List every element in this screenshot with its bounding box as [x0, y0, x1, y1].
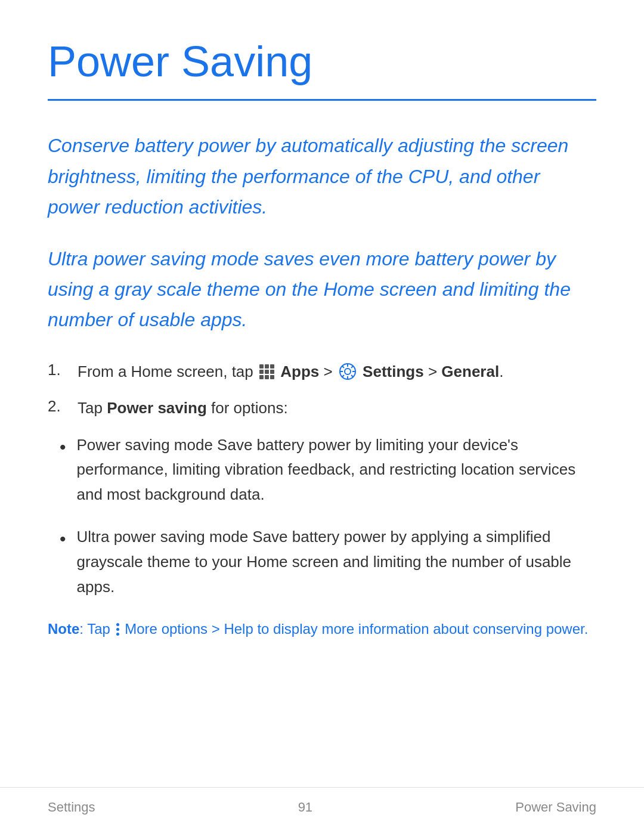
steps-section: 1. From a Home screen, tap [48, 360, 596, 642]
note-section: Note: Tap More options > Help to display… [48, 617, 596, 642]
page-title: Power Saving [48, 36, 596, 87]
svg-line-7 [351, 375, 354, 377]
note-colon: : Tap [79, 621, 114, 637]
svg-line-6 [342, 366, 344, 368]
intro-paragraph-2: Ultra power saving mode saves even more … [48, 244, 596, 336]
step-2-content: Tap Power saving for options: [78, 396, 596, 421]
more-options-label: More options [125, 621, 208, 637]
step-2: 2. Tap Power saving for options: [48, 396, 596, 421]
bullet-ultra-power-saving-mode: Ultra power saving mode Save battery pow… [60, 525, 596, 599]
bullet-1-label: Power saving mode [77, 436, 213, 454]
page-footer: Settings 91 Power Saving [0, 787, 644, 815]
svg-point-1 [345, 368, 351, 374]
svg-line-8 [351, 366, 354, 368]
note-text: to display more information about conser… [257, 621, 588, 637]
apps-label: Apps [280, 363, 319, 380]
bullet-1-content: Power saving mode Save battery power by … [77, 433, 596, 507]
settings-label: Settings [363, 363, 424, 380]
intro-block: Conserve battery power by automatically … [48, 131, 596, 335]
footer-right: Power Saving [515, 800, 596, 815]
page-container: Power Saving Conserve battery power by a… [0, 0, 644, 833]
intro-paragraph-1: Conserve battery power by automatically … [48, 131, 596, 222]
settings-icon [339, 363, 357, 380]
svg-line-9 [342, 375, 344, 377]
title-divider [48, 99, 596, 101]
general-label: General [441, 363, 499, 380]
bullet-list: Power saving mode Save battery power by … [60, 433, 596, 600]
bullet-2-label: Ultra power saving mode [77, 528, 249, 546]
content-area: Power Saving Conserve battery power by a… [0, 0, 644, 701]
step-1-number: 1. [48, 360, 78, 379]
bullet-power-saving-mode: Power saving mode Save battery power by … [60, 433, 596, 507]
footer-center: 91 [298, 800, 312, 815]
step-2-number: 2. [48, 396, 78, 416]
apps-icon [259, 364, 274, 379]
step-1-content: From a Home screen, tap Apps > [78, 360, 596, 385]
power-saving-label: Power saving [107, 399, 207, 417]
help-label: Help [224, 621, 253, 637]
step-1: 1. From a Home screen, tap [48, 360, 596, 385]
note-arrow: > [212, 621, 224, 637]
bullet-2-content: Ultra power saving mode Save battery pow… [77, 525, 596, 599]
note-label: Note [48, 621, 79, 637]
footer-left: Settings [48, 800, 95, 815]
more-options-icon [116, 623, 119, 636]
